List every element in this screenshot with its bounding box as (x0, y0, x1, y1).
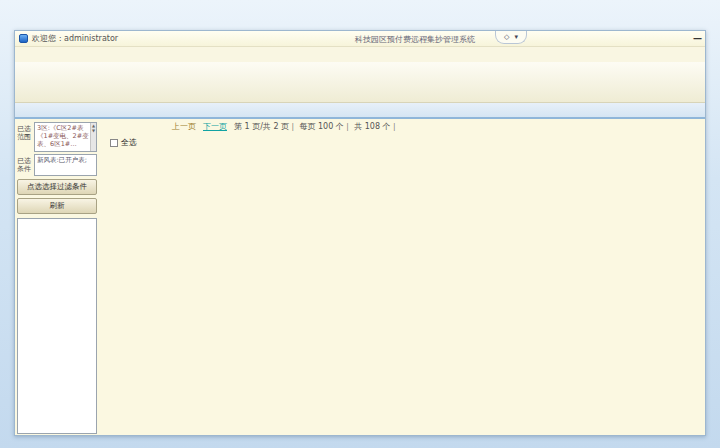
minimize-button[interactable]: — (693, 33, 702, 43)
app-window: 欢迎您：administrator 科技园区预付费远程集抄管理系统 ◇ ▾ — … (14, 30, 706, 436)
batch-action-bar: 全选 (100, 133, 703, 152)
app-icon (19, 34, 28, 43)
building-tree (17, 218, 97, 434)
pick-filter-button[interactable]: 点选选择过滤条件 (17, 179, 97, 195)
chevron-down-icon[interactable]: ▾ (514, 33, 518, 41)
desktop-background: 欢迎您：administrator 科技园区预付费远程集抄管理系统 ◇ ▾ — … (0, 0, 720, 448)
ribbon-toolbar (15, 62, 705, 103)
next-page-link[interactable]: 下一页 (203, 121, 227, 132)
content-area: 已选范围 3区:《C区2#表《1#变电、2#变表、6区1#… ▲ ▼ 已选条件 … (15, 119, 705, 436)
document-tabs (15, 103, 705, 119)
pin-icon[interactable]: ◇ (504, 33, 509, 41)
refresh-button[interactable]: 刷新 (17, 198, 97, 214)
welcome-text: 欢迎您：administrator (32, 33, 118, 44)
prev-page-link[interactable]: 上一页 (172, 121, 196, 132)
selected-range-label: 已选范围 (17, 122, 32, 152)
pagination-bar: 上一页 下一页 第 1 页/共 2 页｜ 每页 100 个｜ 共 108 个｜ (100, 119, 703, 133)
selected-condition-box[interactable]: 新风表:已开户表; (34, 154, 97, 176)
page-info: 第 1 页/共 2 页｜ 每页 100 个｜ 共 108 个｜ (234, 121, 398, 132)
selected-range-box[interactable]: 3区:《C区2#表《1#变电、2#变表、6区1#… ▲ ▼ (34, 122, 97, 152)
filter-sidebar: 已选范围 3区:《C区2#表《1#变电、2#变表、6区1#… ▲ ▼ 已选条件 … (15, 119, 99, 436)
selected-condition-label: 已选条件 (17, 154, 32, 176)
main-panel: 上一页 下一页 第 1 页/共 2 页｜ 每页 100 个｜ 共 108 个｜ … (99, 119, 705, 436)
scrollbar[interactable]: ▲ ▼ (90, 123, 96, 151)
select-all-checkbox[interactable] (110, 139, 118, 147)
select-all[interactable]: 全选 (110, 137, 137, 148)
main-menu (15, 47, 705, 62)
title-bar: 欢迎您：administrator 科技园区预付费远程集抄管理系统 ◇ ▾ — (15, 31, 705, 47)
ribbon-toggle[interactable]: ◇ ▾ (495, 31, 527, 44)
window-title: 科技园区预付费远程集抄管理系统 (355, 34, 475, 45)
